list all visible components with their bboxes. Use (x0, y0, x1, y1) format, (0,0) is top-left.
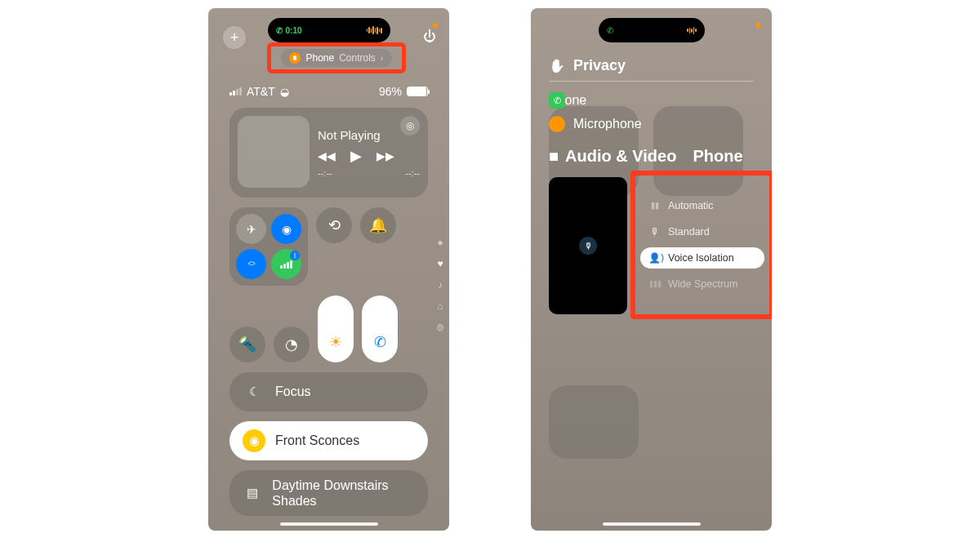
airplay-icon[interactable]: ◎ (400, 116, 420, 136)
banner-sub-label: Controls (339, 52, 376, 64)
microphone-glyph-icon: 🎙 (579, 237, 597, 255)
waveform-icon: ⦀⦀ (648, 200, 662, 211)
page-indicator[interactable]: ● ♥ ♪ ⌂ ⊚ (436, 237, 444, 333)
cellular-signal-icon (229, 87, 242, 96)
cellular-data-button[interactable]: ᛒ (271, 249, 301, 279)
privacy-section-header: Privacy (549, 57, 754, 74)
chevron-right-icon: › (381, 53, 384, 63)
shades-label: Daytime Downstairs Shades (272, 478, 415, 509)
focus-button[interactable]: ☾ Focus (229, 372, 428, 411)
home-accessory-front-sconces[interactable]: ◉ Front Sconces (229, 421, 428, 460)
microphone-label: Microphone (573, 117, 642, 131)
av-heading: Audio & Video (565, 147, 676, 166)
microphone-icon (549, 116, 565, 132)
focus-label: Focus (275, 384, 311, 399)
dynamic-island[interactable]: ✆ (599, 18, 705, 42)
privacy-heading: Privacy (573, 57, 626, 74)
call-duration: 0:10 (286, 26, 302, 35)
wifi-button[interactable]: ⌔ (236, 249, 266, 279)
power-icon[interactable]: ⏻ (423, 29, 436, 44)
home-indicator[interactable] (280, 522, 378, 526)
home-accessory-shades[interactable]: ▤ Daytime Downstairs Shades (229, 470, 428, 516)
rewind-icon[interactable]: ◀◀ (318, 149, 336, 162)
sconces-label: Front Sconces (275, 433, 359, 448)
airplane-mode-button[interactable]: ✈ (236, 214, 266, 244)
control-center-body: Not Playing ◀◀ ▶ ▶▶ --:-- --:-- ◎ ✈ ◉ ⌔ (229, 108, 428, 522)
banner-app-label: Phone (305, 52, 334, 64)
forward-icon[interactable]: ▶▶ (376, 149, 394, 162)
divider (549, 81, 754, 82)
active-call-indicator[interactable]: ✆ 0:10 (276, 26, 302, 35)
bluetooth-icon: ᛒ (290, 251, 300, 260)
moon-icon: ☾ (243, 380, 265, 403)
microphone-active-dot-icon (755, 23, 760, 28)
person-wave-icon: 👤⟩ (648, 252, 662, 264)
status-bar: AT&T ◒ 96% (229, 85, 428, 98)
brightness-slider[interactable]: ☀ (318, 295, 354, 362)
heart-icon: ♥ (437, 258, 443, 269)
mode-label: Wide Spectrum (668, 278, 737, 290)
av-app-label: Phone (693, 147, 742, 166)
battery-percent: 96% (379, 85, 402, 98)
microphone-icon: 🎙 (648, 226, 662, 238)
phone-controls-banner[interactable]: Phone Controls › (281, 49, 391, 67)
home-icon: ⌂ (437, 300, 443, 312)
video-camera-icon: ■ (549, 147, 559, 166)
now-playing-card[interactable]: Not Playing ◀◀ ▶ ▶▶ --:-- --:-- ◎ (229, 108, 428, 198)
wifi-icon: ◒ (280, 86, 289, 98)
audio-waveform-icon (687, 27, 697, 34)
orientation-lock-button[interactable]: ⟲ (316, 207, 352, 243)
mic-mode-standard[interactable]: 🎙 Standard (640, 221, 764, 242)
camera-preview: 🎙 (549, 177, 627, 314)
airdrop-button[interactable]: ◉ (271, 214, 301, 244)
volume-slider[interactable]: ✆ (362, 295, 398, 362)
privacy-microphone-row[interactable]: Microphone (549, 116, 754, 132)
annotation-highlight-box: ⦀⦀ Automatic 🎙 Standard 👤⟩ Voice Isolati… (630, 171, 772, 319)
remaining-time: --:-- (405, 168, 420, 178)
phone-app-icon: ✆ (549, 92, 565, 109)
dot-icon: ● (437, 237, 443, 248)
audio-video-section-header: ■ Audio & Video Phone (549, 147, 754, 166)
antenna-icon: ⊚ (436, 322, 444, 333)
flashlight-button[interactable]: 🔦 (229, 327, 265, 362)
carrier-label: AT&T (247, 85, 275, 98)
lightbulb-icon: ◉ (243, 429, 265, 452)
phone-icon: ✆ (276, 26, 283, 35)
microphone-active-dot-icon (433, 23, 438, 28)
hand-icon (549, 57, 565, 74)
control-center-screenshot: ✆ 0:10 + ⏻ Phone Controls › AT&T ◒ 96% (208, 8, 449, 531)
connectivity-card[interactable]: ✈ ◉ ⌔ ᛒ (229, 207, 308, 286)
audio-waveform-icon (367, 26, 382, 34)
annotation-highlight-box: Phone Controls › (267, 42, 406, 73)
mic-mode-automatic[interactable]: ⦀⦀ Automatic (640, 195, 764, 216)
sun-icon: ☀ (329, 333, 342, 351)
phone-icon: ✆ (374, 333, 386, 351)
microphone-icon (289, 52, 301, 64)
elapsed-time: --:-- (318, 168, 332, 178)
dynamic-island[interactable]: ✆ 0:10 (268, 18, 390, 42)
add-control-button[interactable]: + (223, 26, 246, 49)
play-icon[interactable]: ▶ (350, 147, 362, 165)
timer-button[interactable]: ◔ (274, 327, 310, 362)
notification-bell-button[interactable]: 🔔 (360, 207, 396, 243)
wide-wave-icon: ⦀⦀⦀ (648, 278, 662, 290)
album-art-placeholder (238, 116, 310, 188)
shades-icon: ▤ (243, 482, 262, 504)
mode-label: Automatic (668, 200, 714, 211)
home-indicator[interactable] (603, 522, 701, 526)
mic-mode-screenshot: ✆ Privacy ✆ Phone Microphone ■ Audio & V… (531, 8, 772, 531)
mode-label: Standard (668, 226, 710, 238)
privacy-phone-row[interactable]: ✆ Phone (549, 93, 754, 108)
battery-icon (407, 87, 428, 96)
mic-mode-wide-spectrum[interactable]: ⦀⦀⦀ Wide Spectrum (640, 273, 764, 295)
mode-label: Voice Isolation (668, 252, 734, 264)
music-note-icon: ♪ (438, 279, 443, 291)
phone-icon: ✆ (607, 26, 613, 35)
mic-mode-voice-isolation[interactable]: 👤⟩ Voice Isolation (640, 247, 764, 269)
